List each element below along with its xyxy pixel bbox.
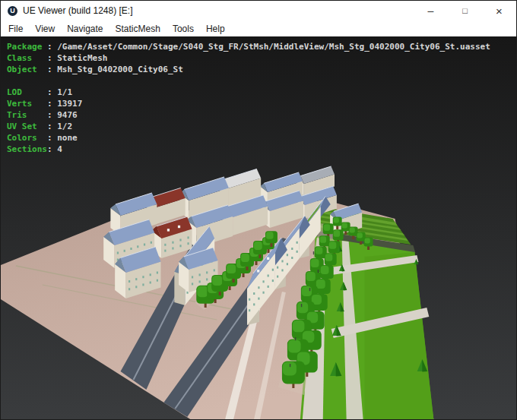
info-value: : 13917 xyxy=(32,99,82,109)
menu-item-file[interactable]: File xyxy=(2,22,29,36)
info-line: Verts : 13917 xyxy=(7,98,490,109)
info-line: Package : /Game/Asset/Common/Stage/S040_… xyxy=(7,41,490,52)
info-line: Tris : 9476 xyxy=(7,109,490,121)
info-line: Object : Msh_Stg_0402000_City06_St xyxy=(7,64,490,75)
maximize-button[interactable]: □ xyxy=(448,1,482,21)
menu-item-tools[interactable]: Tools xyxy=(167,22,200,36)
window-title: UE Viewer (build 1248) [E:] xyxy=(23,5,414,16)
info-value: : none xyxy=(37,133,78,143)
info-label: Object xyxy=(7,65,37,74)
info-line xyxy=(7,75,490,87)
minimize-button[interactable]: – xyxy=(414,1,448,24)
menu-item-navigate[interactable]: Navigate xyxy=(61,22,109,36)
app-icon: U xyxy=(8,6,17,16)
info-line: Class : StaticMesh xyxy=(7,52,490,64)
info-value: : 4 xyxy=(47,144,62,154)
menu-item-help[interactable]: Help xyxy=(200,22,231,36)
info-value: : 9476 xyxy=(27,110,78,120)
info-value: : 1/1 xyxy=(22,87,72,97)
viewport-3d[interactable]: Package : /Game/Asset/Common/Stage/S040_… xyxy=(1,36,516,419)
window-controls: – □ × xyxy=(414,1,516,21)
menu-item-staticmesh[interactable]: StaticMesh xyxy=(109,22,167,36)
close-button[interactable]: × xyxy=(482,1,516,21)
info-line: Colors : none xyxy=(7,132,490,144)
mesh-info-overlay: Package : /Game/Asset/Common/Stage/S040_… xyxy=(7,41,490,155)
info-label: Sections xyxy=(7,144,47,154)
info-label: Verts xyxy=(7,99,32,109)
info-line: UV Set : 1/2 xyxy=(7,121,490,132)
info-label: Package xyxy=(7,42,42,52)
info-label: Tris xyxy=(7,110,27,120)
ue-viewer-window: U UE Viewer (build 1248) [E:] – □ × File… xyxy=(0,0,517,420)
info-label: Class xyxy=(7,53,32,63)
info-value: : /Game/Asset/Common/Stage/S040_Stg_FR/S… xyxy=(42,42,490,52)
info-value: : Msh_Stg_0402000_City06_St xyxy=(37,65,183,74)
info-line: LOD : 1/1 xyxy=(7,87,490,98)
info-label: LOD xyxy=(7,87,22,97)
info-line: Sections: 4 xyxy=(7,144,490,155)
titlebar[interactable]: U UE Viewer (build 1248) [E:] – □ × xyxy=(1,1,516,21)
info-label: UV Set xyxy=(7,122,37,131)
info-value: : StaticMesh xyxy=(32,53,107,63)
info-label: Colors xyxy=(7,133,37,143)
menu-item-view[interactable]: View xyxy=(29,22,61,36)
info-value: : 1/2 xyxy=(37,122,72,131)
